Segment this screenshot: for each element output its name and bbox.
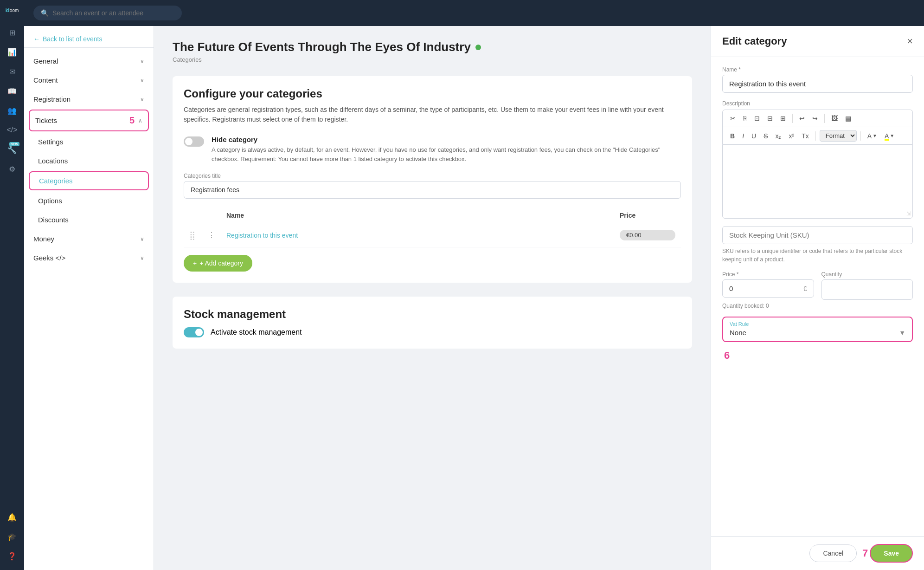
- search-box[interactable]: 🔍: [33, 6, 182, 20]
- bg-color-button[interactable]: A ▼: [882, 130, 897, 142]
- toggle-thumb-right: [195, 329, 203, 336]
- configure-desc: Categories are general registration type…: [184, 105, 681, 124]
- sku-description: SKU refers to a unique identifier or cod…: [722, 247, 913, 264]
- help-icon[interactable]: ❓: [4, 548, 20, 564]
- name-field[interactable]: [722, 75, 913, 93]
- activate-stock-label: Activate stock management: [211, 328, 302, 337]
- book-icon[interactable]: 📖: [4, 83, 20, 99]
- icon-bar: idloom ⊞ 📊 ✉ 📖 👥 </> 🔧NEW ⚙ 🔔 🎓 ❓: [0, 0, 24, 570]
- price-field[interactable]: 0 €: [722, 279, 814, 298]
- panel-title: Edit category: [722, 35, 787, 47]
- image-button[interactable]: 🖼: [828, 113, 841, 124]
- code-icon[interactable]: </>: [4, 122, 20, 138]
- save-button[interactable]: Save: [870, 544, 913, 563]
- sidebar: ← Back to list of events General ∨ Conte…: [24, 26, 154, 570]
- users-icon[interactable]: 👥: [4, 102, 20, 119]
- sidebar-item-locations[interactable]: Locations: [24, 151, 154, 170]
- hide-category-toggle[interactable]: [184, 136, 204, 147]
- sidebar-item-general[interactable]: General ∨: [24, 52, 154, 71]
- new-tools-icon[interactable]: 🔧NEW: [4, 141, 20, 158]
- description-editor[interactable]: ⇲: [722, 144, 913, 219]
- vat-dropdown-arrow: ▼: [899, 329, 905, 337]
- underline-button[interactable]: U: [749, 130, 759, 142]
- font-color-button[interactable]: A ▼: [865, 130, 880, 142]
- categories-title-group: Categories title: [184, 173, 681, 199]
- stock-management-card: Stock management Activate stock manageme…: [173, 297, 692, 349]
- search-input[interactable]: [52, 9, 174, 17]
- toggle-thumb: [185, 138, 192, 145]
- paste-word-button[interactable]: ⊞: [777, 113, 789, 124]
- drag-handle-icon[interactable]: ⣿: [189, 230, 208, 240]
- paste-button[interactable]: ⊡: [751, 113, 763, 124]
- vat-value: None: [730, 329, 746, 337]
- strikethrough-button[interactable]: S: [761, 130, 770, 142]
- sidebar-item-discounts[interactable]: Discounts: [24, 210, 154, 229]
- format-select[interactable]: Format: [820, 130, 857, 142]
- settings-icon[interactable]: ⚙: [4, 161, 20, 177]
- paste-text-button[interactable]: ⊟: [764, 113, 776, 124]
- copy-button[interactable]: ⎘: [740, 113, 750, 124]
- sidebar-item-money[interactable]: Money ∨: [24, 229, 154, 248]
- chevron-up-icon: ∧: [138, 117, 142, 124]
- redo-button[interactable]: ↪: [809, 113, 821, 124]
- clear-format-button[interactable]: Tx: [799, 130, 812, 142]
- mail-icon[interactable]: ✉: [4, 63, 20, 80]
- panel-footer: Cancel 7 Save: [711, 536, 924, 570]
- activate-stock-row: Activate stock management: [184, 327, 681, 337]
- vat-rule-wrapper[interactable]: Vat Rule None ▼: [722, 317, 913, 342]
- source-button[interactable]: ▤: [842, 113, 854, 124]
- add-category-button[interactable]: + + Add category: [184, 255, 252, 272]
- cut-button[interactable]: ✂: [727, 113, 738, 124]
- font-color-icon: A: [867, 132, 872, 140]
- close-panel-button[interactable]: ×: [907, 35, 913, 47]
- sidebar-item-registration[interactable]: Registration ∨: [24, 90, 154, 109]
- category-name-link[interactable]: Registration to this event: [226, 232, 620, 239]
- cancel-button[interactable]: Cancel: [809, 544, 857, 562]
- resize-handle: ⇲: [906, 210, 911, 217]
- chevron-down-icon: ∨: [140, 96, 144, 103]
- back-to-list-link[interactable]: ← Back to list of events: [33, 35, 144, 43]
- status-dot: [475, 45, 481, 50]
- plus-icon: +: [193, 259, 197, 267]
- bg-color-arrow: ▼: [890, 133, 894, 138]
- sidebar-item-settings[interactable]: Settings: [24, 132, 154, 151]
- activate-stock-toggle[interactable]: [184, 327, 204, 337]
- notification-icon[interactable]: 🔔: [4, 509, 20, 525]
- quantity-label: Quantity: [821, 271, 913, 278]
- categories-title-input[interactable]: [184, 181, 681, 199]
- vat-select-row: None ▼: [725, 327, 910, 340]
- sidebar-item-geeks[interactable]: Geeks </> ∨: [24, 248, 154, 267]
- sidebar-item-content[interactable]: Content ∨: [24, 71, 154, 90]
- sidebar-item-options[interactable]: Options: [24, 191, 154, 210]
- quantity-field[interactable]: [821, 279, 913, 300]
- sidebar-item-tickets[interactable]: Tickets 5 ∧: [29, 110, 149, 131]
- chevron-down-icon: ∨: [140, 58, 144, 65]
- editor-toolbar-row2: B I U S x₂ x² Tx Format A ▼ A ▼: [722, 127, 913, 144]
- number-6-label: 6: [724, 350, 730, 362]
- panel-body: Name * Description ✂ ⎘ ⊡ ⊟ ⊞ ↩ ↪ 🖼 ▤ B I…: [711, 57, 924, 536]
- chevron-down-icon: ∨: [140, 255, 144, 261]
- sidebar-item-categories[interactable]: Categories: [29, 171, 149, 190]
- font-color-arrow: ▼: [873, 133, 877, 138]
- number-7-label: 7: [862, 547, 868, 559]
- analytics-icon[interactable]: 📊: [4, 44, 20, 60]
- logo: idloom: [6, 6, 19, 14]
- table-header: Name Price: [184, 208, 681, 223]
- configure-title: Configure your categories: [184, 87, 681, 100]
- bold-button[interactable]: B: [727, 130, 738, 142]
- sku-input[interactable]: [722, 226, 913, 244]
- superscript-button[interactable]: x²: [786, 130, 797, 142]
- dashboard-icon[interactable]: ⊞: [4, 24, 20, 41]
- quantity-group: Quantity: [821, 271, 913, 300]
- subscript-button[interactable]: x₂: [772, 130, 784, 142]
- graduation-icon[interactable]: 🎓: [4, 528, 20, 545]
- currency-symbol: €: [803, 285, 807, 292]
- breadcrumb: Categories: [173, 56, 692, 63]
- menu-dots-icon[interactable]: ⋮: [208, 231, 226, 240]
- price-badge: €0.00: [620, 230, 675, 240]
- undo-button[interactable]: ↩: [796, 113, 808, 124]
- italic-button[interactable]: I: [739, 130, 747, 142]
- bg-color-icon: A: [885, 132, 889, 140]
- table-row: ⣿ ⋮ Registration to this event €0.00: [184, 223, 681, 247]
- number-labels: 6: [722, 350, 913, 362]
